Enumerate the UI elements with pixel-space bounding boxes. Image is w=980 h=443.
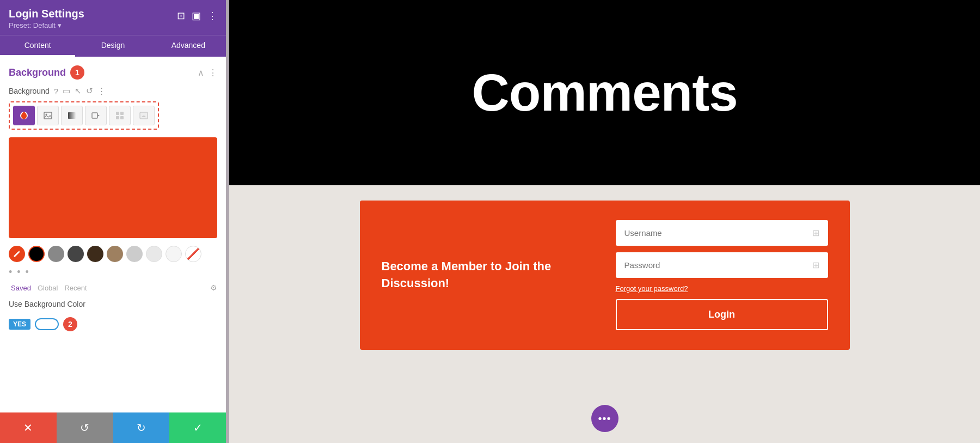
preview-header: Comments [229, 0, 980, 185]
swatch-tab-global[interactable]: Global [38, 284, 58, 292]
svg-rect-7 [120, 112, 124, 115]
login-tagline-area: Become a Member to Join the Discussion! [382, 258, 594, 292]
bg-type-video[interactable] [85, 106, 107, 125]
collapse-icon[interactable]: ∧ [198, 68, 204, 78]
section-header-right: ∧ ⋮ [198, 68, 217, 78]
bg-type-gradient[interactable] [61, 106, 83, 125]
section-badge: 1 [70, 65, 84, 80]
expand-icon[interactable]: ⊡ [177, 10, 185, 22]
panel-footer: ✕ ↺ ↻ ✓ [0, 412, 226, 443]
section-header: Background 1 ∧ ⋮ [9, 65, 217, 80]
redo-icon: ↻ [137, 421, 146, 434]
bg-label: Background [9, 87, 50, 95]
panel-tabs: Content Design Advanced [0, 35, 226, 57]
swatch-7[interactable] [166, 246, 182, 262]
bg-type-row [9, 101, 159, 130]
panel-preset[interactable]: Preset: Default ▾ [9, 21, 84, 29]
reset-icon[interactable]: ↺ [86, 86, 93, 96]
password-input[interactable] [624, 260, 812, 270]
svg-rect-6 [116, 112, 119, 115]
bg-label-row: Background ? ▭ ↖ ↺ ⋮ [9, 86, 217, 96]
bg-type-mask[interactable] [133, 106, 155, 125]
svg-rect-1 [44, 112, 52, 119]
preview-header-title: Comments [471, 63, 737, 123]
login-tagline: Become a Member to Join the Discussion! [382, 258, 594, 292]
bg-type-image[interactable] [37, 106, 59, 125]
svg-rect-8 [116, 116, 119, 119]
color-picker-btn[interactable] [9, 246, 25, 262]
panel-header-icons: ⊡ ▣ ⋮ [177, 10, 217, 22]
login-form: ⊞ ⊞ Forgot your password? Login [616, 220, 828, 330]
panel-title: Login Settings [9, 8, 84, 20]
preview-body: Become a Member to Join the Discussion! … [229, 185, 980, 443]
cursor-icon[interactable]: ↖ [75, 86, 82, 96]
use-bg-badge: 2 [63, 317, 77, 331]
help-icon[interactable]: ? [54, 87, 58, 96]
save-button[interactable]: ✓ [169, 412, 226, 443]
svg-rect-9 [120, 116, 124, 119]
swatch-3[interactable] [87, 246, 103, 262]
login-button[interactable]: Login [616, 299, 828, 330]
tab-design[interactable]: Design [75, 35, 150, 57]
more-options-icon[interactable]: ⋮ [207, 10, 217, 22]
swatch-tab-saved[interactable]: Saved [11, 284, 31, 292]
tab-advanced[interactable]: Advanced [151, 35, 226, 57]
right-panel: Comments Become a Member to Join the Dis… [229, 0, 980, 443]
svg-rect-4 [92, 113, 97, 118]
use-bg-label: Use Background Color [9, 300, 85, 308]
swatch-tab-recent[interactable]: Recent [64, 284, 87, 292]
cancel-button[interactable]: ✕ [0, 412, 57, 443]
username-icon: ⊞ [812, 228, 819, 238]
username-field-wrapper: ⊞ [616, 220, 828, 246]
tab-content[interactable]: Content [0, 35, 75, 57]
swatch-5[interactable] [126, 246, 143, 262]
password-field-wrapper: ⊞ [616, 252, 828, 278]
bg-type-color[interactable] [13, 106, 35, 125]
use-bg-toggle[interactable] [35, 318, 59, 330]
forgot-password-link[interactable]: Forgot your password? [616, 284, 828, 293]
bg-type-pattern[interactable] [109, 106, 131, 125]
swatch-0[interactable] [28, 246, 45, 262]
section-title: Background [9, 67, 66, 78]
svg-marker-5 [97, 114, 100, 117]
mobile-icon[interactable]: ▭ [63, 86, 70, 96]
left-panel: Login Settings Preset: Default ▾ ⊡ ▣ ⋮ C… [0, 0, 226, 443]
columns-icon[interactable]: ▣ [192, 10, 201, 22]
section-more-icon[interactable]: ⋮ [209, 68, 217, 78]
swatch-2[interactable] [68, 246, 84, 262]
svg-rect-3 [68, 112, 76, 119]
swatch-6[interactable] [146, 246, 162, 262]
floating-more-button[interactable]: ••• [591, 405, 618, 432]
save-icon: ✓ [193, 421, 203, 434]
undo-icon: ↺ [80, 421, 89, 434]
login-card: Become a Member to Join the Discussion! … [360, 201, 850, 350]
cancel-icon: ✕ [23, 421, 33, 434]
more-swatches-dots[interactable]: • • • [9, 266, 217, 278]
undo-button[interactable]: ↺ [57, 412, 113, 443]
panel-header: Login Settings Preset: Default ▾ ⊡ ▣ ⋮ [0, 0, 226, 35]
swatch-tabs-row: Saved Global Recent ⚙ [9, 283, 217, 292]
redo-button[interactable]: ↻ [113, 412, 170, 443]
bg-more-icon[interactable]: ⋮ [97, 86, 106, 96]
floating-dots: ••• [598, 412, 611, 425]
username-input[interactable] [624, 228, 812, 238]
section-header-left: Background 1 [9, 65, 84, 80]
use-bg-toggle-row: YES 2 [9, 317, 217, 331]
swatch-settings-gear[interactable]: ⚙ [210, 283, 217, 292]
color-preview[interactable] [9, 137, 217, 238]
swatches-row [9, 246, 217, 262]
swatch-none[interactable] [185, 246, 201, 262]
password-icon: ⊞ [812, 260, 819, 270]
use-bg-row: Use Background Color [9, 300, 217, 308]
panel-content: Background 1 ∧ ⋮ Background ? ▭ ↖ ↺ ⋮ [0, 57, 226, 412]
toggle-yes-label: YES [9, 319, 30, 330]
swatch-1[interactable] [48, 246, 64, 262]
svg-point-2 [46, 114, 47, 116]
swatch-4[interactable] [107, 246, 123, 262]
